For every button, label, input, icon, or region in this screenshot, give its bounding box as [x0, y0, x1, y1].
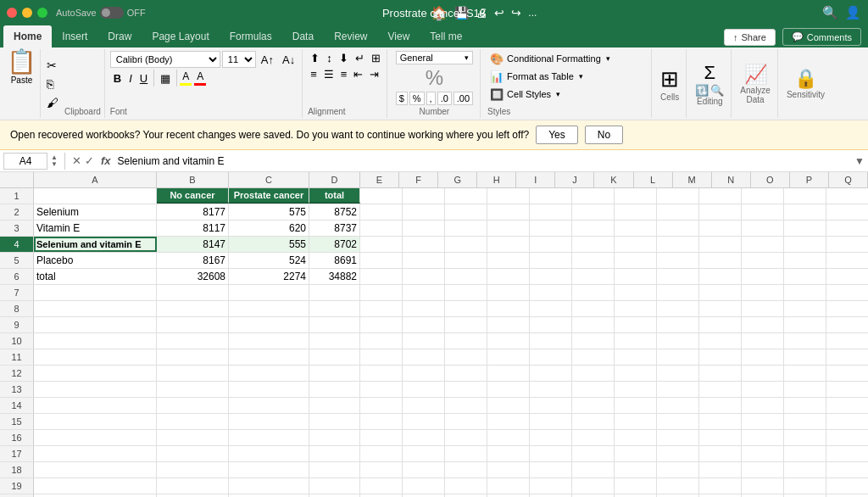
row-header-7[interactable]: 7	[0, 285, 34, 300]
font-size-select[interactable]: 11	[222, 51, 256, 68]
cell-col5-11[interactable]	[360, 349, 403, 365]
cell-col13-14[interactable]	[699, 398, 742, 413]
comma-button[interactable]: ,	[426, 92, 436, 105]
decrease-decimal-button[interactable]: .0	[437, 92, 452, 105]
cell-C8[interactable]	[229, 301, 309, 316]
formula-expand-icon[interactable]: ▼	[854, 155, 865, 167]
cell-A7[interactable]	[34, 285, 157, 300]
cell-col12-10[interactable]	[657, 333, 699, 349]
cell-col12-7[interactable]	[657, 285, 699, 300]
tab-tell-me[interactable]: Tell me	[420, 25, 472, 47]
cell-O1[interactable]	[784, 188, 826, 204]
row-header-11[interactable]: 11	[0, 349, 34, 365]
cell-col6-9[interactable]	[403, 317, 445, 332]
cell-B6[interactable]: 32608	[157, 269, 229, 284]
cell-col6-19[interactable]	[403, 478, 445, 494]
col-header-K[interactable]: K	[594, 172, 633, 187]
cell-reference-input[interactable]	[3, 153, 47, 170]
cell-col6-7[interactable]	[403, 285, 445, 300]
cell-styles-button[interactable]: 🔲 Cell Styles ▾	[487, 87, 646, 102]
cell-col11-16[interactable]	[615, 430, 657, 445]
yes-button[interactable]: Yes	[536, 126, 578, 144]
cell-M5[interactable]	[699, 253, 742, 268]
cell-G3[interactable]	[445, 221, 487, 236]
tab-page-layout[interactable]: Page Layout	[142, 25, 219, 47]
cell-col8-16[interactable]	[487, 430, 530, 445]
cell-col8-14[interactable]	[487, 398, 530, 413]
cell-col9-19[interactable]	[530, 478, 572, 494]
cell-col12-17[interactable]	[657, 446, 699, 461]
cell-col13-11[interactable]	[699, 349, 742, 365]
cell-col9-11[interactable]	[530, 349, 572, 365]
col-header-C[interactable]: C	[229, 172, 309, 187]
cell-A12[interactable]	[34, 366, 157, 381]
cell-col7-18[interactable]	[445, 462, 487, 477]
cell-F6[interactable]	[403, 269, 445, 284]
tab-insert[interactable]: Insert	[52, 25, 97, 47]
cell-O2[interactable]	[784, 204, 826, 220]
cell-col16-14[interactable]	[826, 398, 868, 413]
cell-F4[interactable]	[403, 237, 445, 252]
cell-col11-7[interactable]	[615, 285, 657, 300]
cell-col15-16[interactable]	[784, 430, 826, 445]
col-header-M[interactable]: M	[673, 172, 712, 187]
cell-C1[interactable]: Prostate cancer	[229, 188, 309, 204]
cell-D3[interactable]: 8737	[309, 221, 360, 236]
cell-N5[interactable]	[742, 253, 784, 268]
cell-C10[interactable]	[229, 333, 309, 349]
cell-B14[interactable]	[157, 398, 229, 413]
align-bottom-button[interactable]: ⬇	[337, 51, 351, 65]
cell-K5[interactable]	[615, 253, 657, 268]
cell-col13-12[interactable]	[699, 366, 742, 381]
cell-col9-15[interactable]	[530, 414, 572, 429]
cell-col13-10[interactable]	[699, 333, 742, 349]
cell-I4[interactable]	[530, 237, 572, 252]
align-center-button[interactable]: ☰	[321, 67, 337, 81]
cell-col15-13[interactable]	[784, 382, 826, 397]
cell-col13-15[interactable]	[699, 414, 742, 429]
cell-O4[interactable]	[784, 237, 826, 252]
cell-M4[interactable]	[699, 237, 742, 252]
align-middle-button[interactable]: ↕	[324, 51, 335, 65]
row-header-18[interactable]: 18	[0, 462, 34, 477]
paste-btn[interactable]: 📋 Paste	[7, 49, 36, 118]
cell-col8-17[interactable]	[487, 446, 530, 461]
cell-col11-19[interactable]	[615, 478, 657, 494]
cell-col16-15[interactable]	[826, 414, 868, 429]
cell-D12[interactable]	[309, 366, 360, 381]
cell-A11[interactable]	[34, 349, 157, 365]
cell-col6-11[interactable]	[403, 349, 445, 365]
cell-C11[interactable]	[229, 349, 309, 365]
analyze-icon[interactable]: 📈	[744, 64, 767, 86]
cell-col5-8[interactable]	[360, 301, 403, 316]
cell-col15-18[interactable]	[784, 462, 826, 477]
merge-cells-button[interactable]: ⊞	[369, 51, 383, 65]
cell-P1[interactable]	[826, 188, 868, 204]
cell-K1[interactable]	[615, 188, 657, 204]
cell-col5-16[interactable]	[360, 430, 403, 445]
cell-B16[interactable]	[157, 430, 229, 445]
cell-col13-9[interactable]	[699, 317, 742, 332]
cell-col13-17[interactable]	[699, 446, 742, 461]
cell-col6-13[interactable]	[403, 382, 445, 397]
cell-C19[interactable]	[229, 478, 309, 494]
cell-col15-12[interactable]	[784, 366, 826, 381]
underline-button[interactable]: U	[136, 71, 151, 86]
cell-B10[interactable]	[157, 333, 229, 349]
cell-C13[interactable]	[229, 382, 309, 397]
borders-button[interactable]: ▦	[157, 71, 174, 86]
cell-A6[interactable]: total	[34, 269, 157, 284]
sum-icon[interactable]: Σ	[704, 62, 716, 84]
cell-col10-18[interactable]	[572, 462, 615, 477]
wrap-text-button[interactable]: ↵	[353, 51, 367, 65]
cell-C2[interactable]: 575	[229, 204, 309, 220]
cell-A5[interactable]: Placebo	[34, 253, 157, 268]
format-painter-button[interactable]: 🖌	[43, 94, 62, 111]
col-header-D[interactable]: D	[309, 172, 360, 187]
cell-col10-11[interactable]	[572, 349, 615, 365]
cell-C6[interactable]: 2274	[229, 269, 309, 284]
cell-L6[interactable]	[657, 269, 699, 284]
cell-col11-17[interactable]	[615, 446, 657, 461]
cell-col16-11[interactable]	[826, 349, 868, 365]
cell-col16-13[interactable]	[826, 382, 868, 397]
